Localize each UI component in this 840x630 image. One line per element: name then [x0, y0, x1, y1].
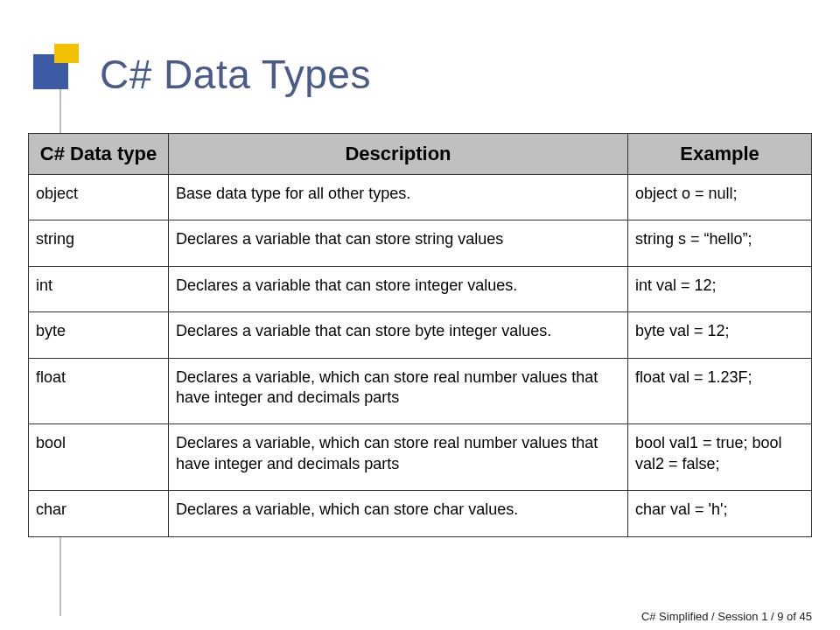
cell-description: Declares a variable that can store byte …	[169, 312, 628, 358]
cell-type: float	[29, 358, 169, 424]
cell-example: string s = “hello”;	[628, 220, 812, 266]
cell-type: bool	[29, 424, 169, 491]
table-row: char Declares a variable, which can stor…	[29, 491, 812, 536]
slide-footer: C# Simplified / Session 1 / 9 of 45	[641, 610, 812, 623]
cell-description: Declares a variable, which can store rea…	[169, 424, 628, 491]
header-description: Description	[169, 134, 628, 175]
cell-description: Declares a variable, which can store cha…	[169, 491, 628, 536]
cell-example: byte val = 12;	[628, 312, 812, 358]
table-row: byte Declares a variable that can store …	[29, 312, 812, 358]
cell-description: Declares a variable, which can store rea…	[169, 358, 628, 424]
cell-example: char val = 'h';	[628, 491, 812, 536]
data-types-table: C# Data type Description Example object …	[28, 133, 812, 537]
decorative-yellow-square-icon	[54, 44, 79, 63]
title-block: C# Data Types	[28, 44, 812, 122]
cell-type: byte	[29, 312, 169, 358]
cell-type: char	[29, 491, 169, 536]
slide-title: C# Data Types	[100, 51, 371, 98]
cell-type: int	[29, 266, 169, 312]
slide: C# Data Types C# Data type Description E…	[28, 44, 812, 604]
table-row: string Declares a variable that can stor…	[29, 220, 812, 266]
cell-type: string	[29, 220, 169, 266]
cell-description: Base data type for all other types.	[169, 175, 628, 220]
header-example: Example	[628, 134, 812, 175]
cell-example: float val = 1.23F;	[628, 358, 812, 424]
table-row: float Declares a variable, which can sto…	[29, 358, 812, 424]
header-type: C# Data type	[29, 134, 169, 175]
cell-description: Declares a variable that can store integ…	[169, 266, 628, 312]
cell-example: object o = null;	[628, 175, 812, 220]
cell-description: Declares a variable that can store strin…	[169, 220, 628, 266]
table-row: int Declares a variable that can store i…	[29, 266, 812, 312]
table-header-row: C# Data type Description Example	[29, 134, 812, 175]
table-row: object Base data type for all other type…	[29, 175, 812, 220]
cell-example: bool val1 = true; bool val2 = false;	[628, 424, 812, 491]
table-row: bool Declares a variable, which can stor…	[29, 424, 812, 491]
cell-example: int val = 12;	[628, 266, 812, 312]
cell-type: object	[29, 175, 169, 220]
